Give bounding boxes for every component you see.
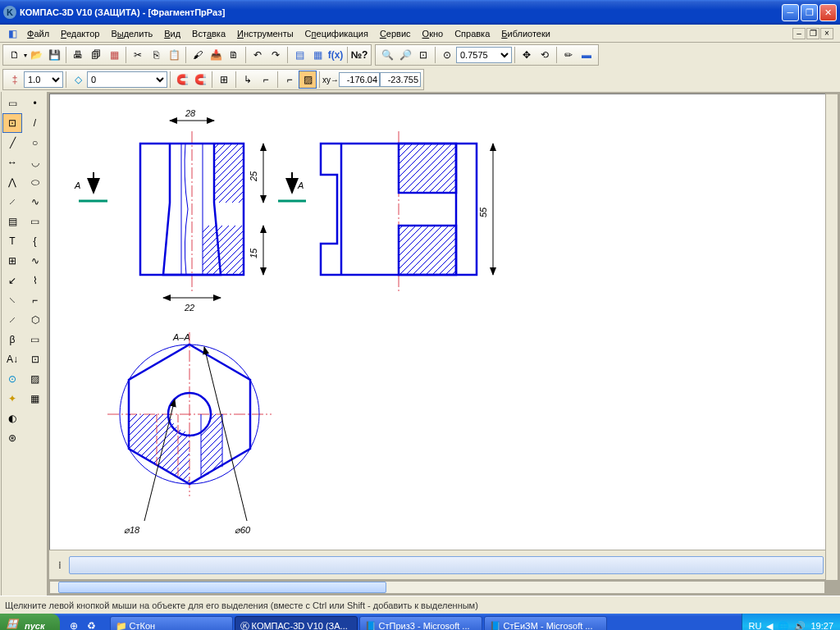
shape-seg[interactable]: • xyxy=(25,94,45,113)
save-button[interactable]: 💾 xyxy=(45,46,63,64)
shape-line[interactable]: / xyxy=(25,113,45,133)
tray-icon-2[interactable]: 🌐 xyxy=(778,621,789,631)
menu-select[interactable]: Выделить xyxy=(105,27,158,40)
grid-button[interactable]: ⊞ xyxy=(215,71,233,89)
doc-button[interactable]: 🗎 xyxy=(225,46,243,64)
menu-file[interactable]: Файл xyxy=(21,27,55,40)
ortho2-button[interactable]: ⌐ xyxy=(257,71,275,89)
ql-1[interactable]: ⊕ xyxy=(65,617,83,630)
taskbar-item-2[interactable]: 📘 СтПриз3 - Microsoft ... xyxy=(359,616,482,630)
style-select[interactable]: 1.0 xyxy=(24,71,63,88)
paste-button[interactable]: 📋 xyxy=(165,46,183,64)
shape-spline[interactable]: ∿ xyxy=(25,192,45,212)
start-button[interactable]: 🪟 пуск xyxy=(0,614,60,630)
scrollbar-h[interactable] xyxy=(49,581,825,594)
ql-2[interactable]: ♻ xyxy=(83,617,101,630)
menu-insert[interactable]: Вставка xyxy=(186,27,231,40)
fx-button[interactable]: f(x) xyxy=(326,46,345,64)
tool-meas[interactable]: A↓ xyxy=(2,349,22,369)
shape-poly[interactable]: { xyxy=(25,231,45,251)
redo-button[interactable]: ↷ xyxy=(267,46,285,64)
drawing-canvas[interactable]: 28 22 25 15 А xyxy=(49,94,838,557)
props-button[interactable]: 📥 xyxy=(207,46,225,64)
menu-service[interactable]: Сервис xyxy=(374,27,417,40)
rotate-button[interactable]: ⟲ xyxy=(536,46,554,64)
snap1-button[interactable]: 🧲 xyxy=(173,71,191,89)
open-button[interactable]: 📂 xyxy=(27,46,45,64)
clock[interactable]: 19:27 xyxy=(810,621,833,630)
undo-button[interactable]: ↶ xyxy=(249,46,267,64)
shape-rect[interactable]: ▭ xyxy=(25,212,45,231)
shape-fillet[interactable]: ⌐ xyxy=(25,290,45,310)
taskbar-item-0[interactable]: 📁 СтКон xyxy=(110,616,233,630)
tool-axis[interactable]: ⟋ xyxy=(2,192,22,212)
print-button[interactable]: 🖶 xyxy=(69,46,87,64)
tool-param[interactable]: β xyxy=(2,330,22,349)
menu-edit[interactable]: Редактор xyxy=(55,27,105,40)
tool-misc3[interactable]: ◐ xyxy=(2,409,22,428)
coord2-button[interactable]: ▨ xyxy=(299,71,317,89)
tool-edit3[interactable]: ⟋ xyxy=(2,310,22,330)
shape-gather[interactable]: ⊡ xyxy=(25,349,45,369)
new-button[interactable]: 🗋 xyxy=(6,46,24,64)
scrollbar-v[interactable] xyxy=(825,94,838,581)
zoom-select[interactable]: 0.7575 xyxy=(456,47,512,63)
tool-misc1[interactable]: ⊙ xyxy=(2,369,22,389)
shape-arc[interactable]: ◡ xyxy=(25,153,45,172)
shape-hatch[interactable]: ▨ xyxy=(25,369,45,389)
zoom-fit-button[interactable]: ⊙ xyxy=(438,46,456,64)
tool-spec[interactable]: ▤ xyxy=(2,212,22,231)
manager-button[interactable]: ▤ xyxy=(290,46,308,64)
tray-icon-1[interactable]: ◀ xyxy=(766,621,773,631)
layer-button[interactable]: ◇ xyxy=(69,71,87,89)
tool-line[interactable]: ╱ xyxy=(2,133,22,153)
zoom-window-button[interactable]: ⊡ xyxy=(414,46,432,64)
taskbar-item-1[interactable]: Ⓚ КОМПАС-3D V10 (ЗА... xyxy=(235,616,358,630)
coord-x-input[interactable] xyxy=(339,72,380,87)
shape-h2[interactable]: ▦ xyxy=(25,389,45,409)
tool-edit1[interactable]: ↙ xyxy=(2,271,22,290)
coord1-button[interactable]: ⌐ xyxy=(281,71,299,89)
layer-select[interactable]: 0 xyxy=(87,71,167,88)
tool-edit2[interactable]: ⟍ xyxy=(2,290,22,310)
ortho1-button[interactable]: ↳ xyxy=(239,71,257,89)
hint-handle[interactable]: ⁞ xyxy=(51,556,69,574)
mdi-close-button[interactable]: × xyxy=(820,28,833,39)
tool-misc4[interactable]: ⊛ xyxy=(2,428,22,448)
mdi-restore-button[interactable]: ❐ xyxy=(806,28,819,39)
menu-help[interactable]: Справка xyxy=(449,27,495,40)
tool-misc2[interactable]: ✦ xyxy=(2,389,22,409)
menu-tools[interactable]: Инструменты xyxy=(231,27,299,40)
close-button[interactable]: ✕ xyxy=(819,4,837,21)
shape-eq[interactable]: ⌇ xyxy=(25,271,45,290)
refresh-button[interactable]: ▬ xyxy=(578,46,596,64)
plot-button[interactable]: ▦ xyxy=(105,46,123,64)
vars-button[interactable]: ▦ xyxy=(308,46,326,64)
tool-text[interactable]: T xyxy=(2,231,22,251)
tool-table[interactable]: ⊞ xyxy=(2,251,22,271)
pan-button[interactable]: ✥ xyxy=(518,46,536,64)
mdi-min-button[interactable]: – xyxy=(792,28,806,39)
tray-icon-3[interactable]: 🔊 xyxy=(794,621,806,631)
tool-dim[interactable]: ↔ xyxy=(2,153,22,172)
coord-y-input[interactable] xyxy=(380,72,421,87)
snap2-button[interactable]: 🧲 xyxy=(191,71,209,89)
style-button[interactable]: ‡ xyxy=(6,71,24,89)
cut-button[interactable]: ✂ xyxy=(129,46,147,64)
shape-ellipse[interactable]: ⬭ xyxy=(25,172,45,192)
tool-rough[interactable]: ⋀ xyxy=(2,172,22,192)
taskbar-item-3[interactable]: 📘 СтЕиЗМ - Microsoft ... xyxy=(484,616,607,630)
zoom-out-button[interactable]: 🔎 xyxy=(396,46,414,64)
brush-button[interactable]: 🖌 xyxy=(189,46,207,64)
shape-rect2[interactable]: ▭ xyxy=(25,330,45,349)
lang-indicator[interactable]: RU xyxy=(749,621,762,630)
minimize-button[interactable]: ─ xyxy=(782,4,799,21)
tool-point[interactable]: ⊡ xyxy=(2,113,22,133)
tool-select[interactable]: ▭ xyxy=(2,94,22,113)
shape-hex[interactable]: ⬡ xyxy=(25,310,45,330)
shape-circle[interactable]: ○ xyxy=(25,133,45,153)
shape-cont[interactable]: ∿ xyxy=(25,251,45,271)
preview-button[interactable]: 🗐 xyxy=(87,46,105,64)
app-menu-icon[interactable]: ◧ xyxy=(3,25,21,43)
zoom-in-button[interactable]: 🔍 xyxy=(378,46,396,64)
